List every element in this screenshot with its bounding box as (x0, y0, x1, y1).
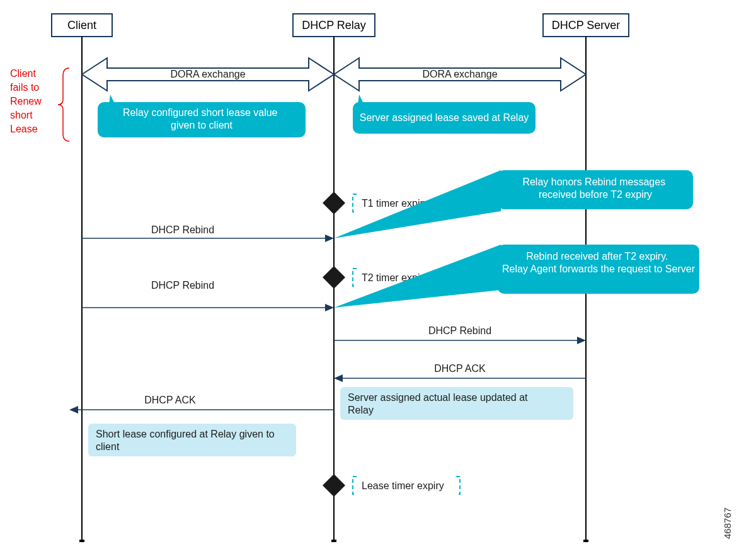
actor-client: Client (52, 14, 112, 37)
dora-arrow-left: DORA exchange (82, 58, 334, 91)
actor-relay-label: DHCP Relay (302, 19, 366, 32)
side-note-client-fails: Client fails to Renew short Lease (10, 68, 69, 141)
callout-actual-lease-updated: Server assigned actual lease updated at … (340, 387, 573, 420)
svg-text:Renew: Renew (10, 96, 42, 107)
svg-text:DHCP Rebind: DHCP Rebind (151, 224, 214, 235)
actor-client-label: Client (67, 19, 96, 32)
svg-marker-20 (323, 192, 345, 214)
svg-text:Lease: Lease (10, 124, 38, 134)
actor-server: DHCP Server (543, 14, 629, 37)
svg-rect-3 (79, 540, 84, 542)
msg-ack-relay-client: DHCP ACK (69, 395, 334, 414)
msg-rebind-client-relay-2: DHCP Rebind (82, 280, 334, 311)
svg-text:DHCP Rebind: DHCP Rebind (428, 325, 491, 336)
svg-marker-31 (334, 245, 501, 308)
svg-marker-38 (577, 337, 586, 344)
dora-left-label: DORA exchange (170, 69, 245, 79)
dhcp-sequence-diagram: Client DHCP Relay DHCP Server DORA excha… (0, 0, 756, 556)
svg-text:Client: Client (10, 68, 36, 79)
actor-server-label: DHCP Server (552, 19, 621, 32)
svg-text:DHCP ACK: DHCP ACK (434, 363, 486, 374)
svg-rect-5 (583, 540, 588, 542)
svg-text:Lease timer expiry: Lease timer expiry (362, 480, 444, 491)
svg-text:DHCP ACK: DHCP ACK (144, 395, 196, 405)
svg-text:Server assigned lease saved at: Server assigned lease saved at Relay (360, 112, 529, 123)
msg-ack-server-relay: DHCP ACK (334, 363, 586, 382)
msg-rebind-relay-server: DHCP Rebind (334, 325, 586, 344)
svg-marker-29 (323, 266, 345, 289)
svg-marker-22 (334, 170, 501, 238)
svg-rect-4 (331, 540, 336, 542)
callout-server-saved: Server assigned lease saved at Relay (353, 95, 536, 134)
figure-number: 468767 (722, 507, 733, 539)
dora-arrow-right: DORA exchange (334, 58, 586, 91)
dora-right-label: DORA exchange (422, 69, 497, 79)
callout-short-lease-given: Short lease configured at Relay given to… (88, 424, 296, 456)
svg-text:fails to: fails to (10, 82, 39, 93)
svg-text:short: short (10, 110, 33, 120)
timer-lease: Lease timer expiry (323, 474, 460, 497)
actor-relay: DHCP Relay (293, 14, 375, 37)
svg-text:DHCP Rebind: DHCP Rebind (151, 280, 214, 291)
svg-marker-27 (325, 235, 334, 242)
svg-marker-52 (323, 474, 345, 497)
svg-marker-47 (69, 406, 78, 414)
svg-marker-35 (325, 304, 334, 311)
msg-rebind-client-relay-1: DHCP Rebind (82, 224, 334, 242)
svg-marker-41 (334, 374, 343, 382)
callout-relay-short-lease: Relay configured short lease value given… (98, 95, 306, 137)
